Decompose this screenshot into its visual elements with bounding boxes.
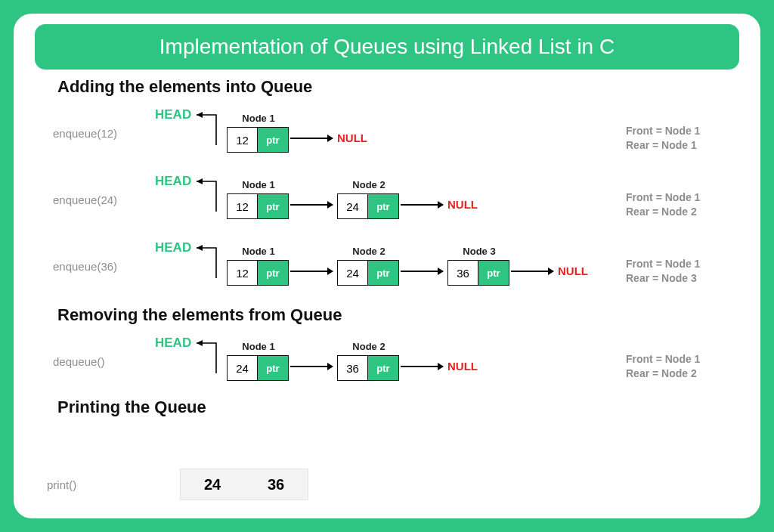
- op-label: enqueue(12): [53, 127, 117, 140]
- status-rear: Rear = Node 1: [626, 138, 724, 153]
- status-front: Front = Node 1: [626, 124, 724, 138]
- head-label: HEAD: [155, 107, 191, 122]
- node-label: Node 1: [228, 246, 289, 257]
- node-value: 24: [228, 356, 258, 380]
- svg-marker-3: [197, 340, 203, 346]
- status-rear: Rear = Node 2: [626, 367, 724, 381]
- null-label: NULL: [447, 360, 478, 373]
- link-arrow-icon: [290, 366, 333, 367]
- status-front: Front = Node 1: [626, 257, 724, 271]
- print-value: 24: [204, 476, 221, 493]
- node-2: Node 2 24 ptr: [337, 193, 399, 219]
- status-text: Front = Node 1 Rear = Node 2: [626, 190, 724, 219]
- node-label: Node 2: [338, 179, 400, 190]
- node-ptr: ptr: [478, 261, 509, 285]
- node-ptr: ptr: [368, 194, 398, 218]
- section-adding: Adding the elements into Queue: [57, 77, 739, 97]
- node-value: 12: [228, 128, 258, 152]
- node-1: Node 1 12 ptr: [227, 260, 289, 286]
- node-ptr: ptr: [368, 261, 398, 285]
- node-label: Node 1: [228, 113, 289, 124]
- head-label: HEAD: [155, 240, 191, 255]
- null-label: NULL: [447, 198, 478, 211]
- null-label: NULL: [337, 131, 367, 144]
- node-1: Node 1 24 ptr: [227, 355, 289, 381]
- section-printing: Printing the Queue: [57, 397, 739, 417]
- section-removing: Removing the elements from Queue: [57, 305, 739, 325]
- link-arrow-icon: [401, 204, 443, 206]
- link-arrow-icon: [401, 271, 443, 272]
- node-value: 24: [338, 194, 368, 218]
- head-arrow-icon: [195, 178, 218, 215]
- node-ptr: ptr: [258, 128, 288, 152]
- status-text: Front = Node 1 Rear = Node 1: [626, 124, 724, 153]
- row-dequeue: dequeue() HEAD Node 1 24 ptr Node 2 36 p…: [38, 329, 739, 396]
- op-label: enqueue(36): [53, 260, 117, 273]
- head-arrow-icon: [195, 112, 218, 148]
- row-enqueue-24: enqueue(24) HEAD Node 1 12 ptr Node 2 24…: [38, 168, 739, 234]
- op-label: enqueue(24): [53, 193, 117, 206]
- diagram-card: Implementation of Queues using Linked Li…: [14, 14, 760, 518]
- link-arrow-icon: [290, 204, 333, 206]
- head-label: HEAD: [155, 174, 191, 189]
- status-front: Front = Node 1: [626, 190, 724, 205]
- node-value: 12: [228, 261, 258, 285]
- link-arrow-icon: [401, 366, 443, 367]
- node-value: 36: [448, 261, 478, 285]
- status-front: Front = Node 1: [626, 352, 724, 367]
- row-enqueue-36: enqueue(36) HEAD Node 1 12 ptr Node 2 24…: [38, 234, 739, 301]
- status-text: Front = Node 1 Rear = Node 3: [626, 257, 724, 286]
- head-arrow-icon: [195, 340, 218, 376]
- op-label: dequeue(): [53, 355, 104, 368]
- null-label: NULL: [558, 264, 588, 277]
- node-label: Node 2: [338, 246, 400, 257]
- link-arrow-icon: [511, 271, 553, 272]
- page-title: Implementation of Queues using Linked Li…: [35, 24, 739, 70]
- link-arrow-icon: [290, 271, 333, 272]
- node-2: Node 2 24 ptr: [337, 260, 399, 286]
- status-rear: Rear = Node 3: [626, 271, 724, 286]
- node-label: Node 2: [338, 341, 400, 352]
- node-label: Node 1: [228, 341, 289, 352]
- link-arrow-icon: [290, 138, 333, 139]
- head-arrow-icon: [195, 245, 218, 281]
- svg-marker-0: [197, 112, 203, 118]
- status-rear: Rear = Node 2: [626, 205, 724, 219]
- node-2: Node 2 36 ptr: [337, 355, 399, 381]
- status-text: Front = Node 1 Rear = Node 2: [626, 352, 724, 381]
- node-ptr: ptr: [368, 356, 398, 380]
- node-1: Node 1 12 ptr: [227, 127, 289, 153]
- node-3: Node 3 36 ptr: [447, 260, 509, 286]
- node-label: Node 1: [228, 179, 289, 190]
- node-ptr: ptr: [258, 261, 288, 285]
- node-value: 36: [338, 356, 368, 380]
- node-value: 12: [228, 194, 258, 218]
- row-enqueue-12: enqueue(12) HEAD Node 1 12 ptr NULL Fron…: [38, 101, 739, 168]
- svg-marker-1: [197, 178, 203, 184]
- print-output: 24 36: [180, 469, 308, 500]
- svg-marker-2: [197, 245, 203, 251]
- node-ptr: ptr: [258, 356, 288, 380]
- node-1: Node 1 12 ptr: [227, 193, 289, 219]
- node-value: 24: [338, 261, 368, 285]
- node-label: Node 3: [448, 246, 510, 257]
- print-op-label: print(): [47, 478, 76, 491]
- head-label: HEAD: [155, 336, 191, 351]
- node-ptr: ptr: [258, 194, 288, 218]
- print-value: 36: [268, 476, 284, 493]
